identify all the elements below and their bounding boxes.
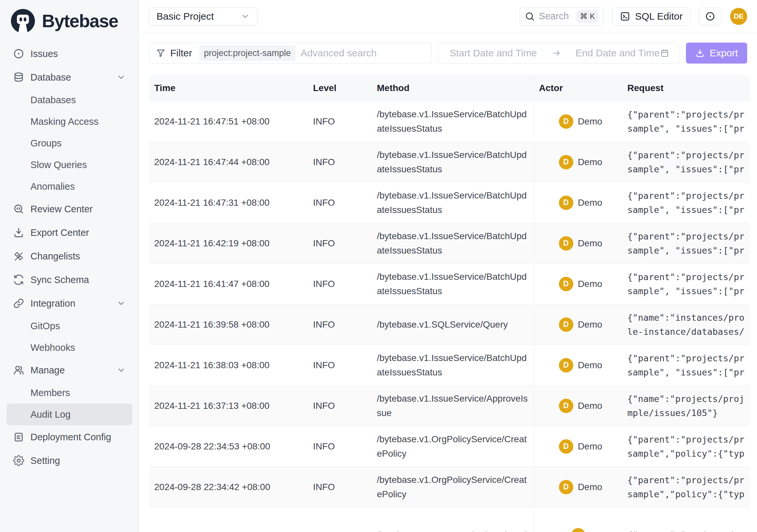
sidebar-item-databases[interactable]: Databases (7, 89, 132, 111)
sidebar-item-review-center[interactable]: Review Center (7, 197, 132, 221)
actor-name: Demo (578, 116, 602, 127)
date-range-picker[interactable]: Start Date and Time End Date and Time (438, 43, 680, 64)
cell-level (308, 508, 372, 532)
sidebar-item-deployment-config[interactable]: Deployment Config (7, 425, 132, 449)
cell-request: {"name":"projects/projmple/issues/105"} (622, 386, 750, 426)
sidebar-item-label: Database (30, 72, 71, 83)
sidebar-item-gitops[interactable]: GitOps (7, 315, 132, 337)
actor-avatar: D (559, 277, 573, 291)
cell-method: /bytebase.v1.IssueService/ApproveIssue (372, 386, 534, 426)
end-date-placeholder: End Date and Time (576, 47, 660, 59)
actor-avatar: D (559, 236, 573, 251)
filter-chip[interactable]: project:project-sample (199, 46, 296, 61)
cell-method: /bytebase.v1.IssueService/BatchUpd (372, 508, 534, 532)
funnel-icon (156, 48, 166, 58)
sidebar-item-integration[interactable]: Integration (7, 292, 132, 315)
advanced-search-placeholder: Advanced search (301, 47, 377, 59)
table-row[interactable]: 2024-11-21 16:41:47 +08:00 INFO /bytebas… (149, 264, 750, 304)
sidebar-item-issues[interactable]: Issues (7, 42, 132, 66)
sidebar-item-setting[interactable]: Setting (7, 449, 132, 472)
sidebar-item-webhooks[interactable]: Webhooks (7, 337, 132, 359)
table-row[interactable]: 2024-09-28 22:34:53 +08:00 INFO /bytebas… (149, 426, 750, 466)
cell-request: {"parent":"projects/pr (622, 508, 750, 532)
cell-time: 2024-11-21 16:47:44 +08:00 (149, 142, 308, 182)
actor-name: Demo (578, 198, 602, 208)
brand-logo[interactable]: Bytebase (0, 0, 139, 37)
actor-name: Demo (578, 482, 602, 492)
sql-editor-button[interactable]: SQL Editor (612, 7, 690, 25)
filter-search-input[interactable]: Filter project:project-sample Advanced s… (149, 43, 432, 64)
download-icon (13, 227, 24, 238)
sidebar-item-changelists[interactable]: Changelists (7, 244, 132, 268)
sidebar-item-masking-access[interactable]: Masking Access (7, 111, 132, 132)
cell-time: 2024-11-21 16:39:58 +08:00 (149, 304, 308, 345)
search-input[interactable]: Search ⌘ K (519, 7, 604, 25)
sidebar-item-label: Sync Schema (30, 274, 89, 285)
chevron-down-icon (117, 73, 126, 82)
user-avatar[interactable]: DE (730, 8, 747, 25)
cell-request: {"parent":"projects/prsample", "issues":… (622, 345, 750, 385)
table-row[interactable]: 2024-11-21 16:37:13 +08:00 INFO /bytebas… (149, 385, 750, 426)
cell-actor: D Demo (534, 182, 622, 223)
sidebar-item-audit-log[interactable]: Audit Log (7, 404, 132, 425)
sidebar-item-manage[interactable]: Manage (7, 359, 132, 382)
actor-name: Demo (578, 441, 602, 452)
sidebar-item-database[interactable]: Database (7, 66, 132, 89)
sidebar-item-label: Export Center (30, 227, 89, 238)
sidebar-nav: Issues Database Databases Masking Access… (0, 42, 139, 472)
actor-avatar: D (559, 196, 573, 210)
search-icon (525, 12, 535, 21)
table-row[interactable]: 2024-11-21 16:47:44 +08:00 INFO /bytebas… (149, 141, 750, 182)
table-header: Time Level Method Actor Request (149, 75, 750, 101)
refresh-icon (13, 274, 24, 285)
actor-name: Demo (578, 279, 602, 289)
cell-level: INFO (308, 467, 372, 507)
sidebar-item-anomalies[interactable]: Anomalies (7, 175, 132, 197)
table-row[interactable]: 2024-11-21 16:42:19 +08:00 INFO /bytebas… (149, 223, 750, 264)
circle-dot-button[interactable] (699, 8, 722, 25)
cell-request: {"parent":"projects/prsample", "issues":… (622, 182, 750, 223)
calendar-icon (660, 48, 670, 58)
actor-avatar: D (559, 480, 573, 494)
actor-avatar (571, 528, 586, 532)
cell-method: /bytebase.v1.IssueService/BatchUpdateIss… (372, 264, 534, 304)
sidebar-item-label: Integration (30, 298, 75, 309)
cell-time: 2024-11-21 16:37:13 +08:00 (149, 386, 308, 426)
table-row[interactable]: 2024-11-21 16:38:03 +08:00 INFO /bytebas… (149, 345, 750, 385)
code-review-icon (13, 203, 24, 215)
chevron-down-icon (117, 365, 126, 375)
sidebar-item-members[interactable]: Members (7, 382, 132, 404)
cell-actor: D Demo (534, 304, 622, 345)
cell-actor: D Demo (534, 223, 622, 264)
cell-method: /bytebase.v1.OrgPolicyService/CreatePoli… (372, 467, 534, 507)
sidebar-item-sync-schema[interactable]: Sync Schema (7, 268, 132, 292)
table-row[interactable]: /bytebase.v1.IssueService/BatchUpd {"par… (149, 507, 750, 532)
sidebar-item-label: Audit Log (30, 409, 71, 420)
sidebar-item-export-center[interactable]: Export Center (7, 221, 132, 244)
cell-method: /bytebase.v1.IssueService/BatchUpdateIss… (372, 101, 534, 141)
terminal-icon (620, 11, 630, 22)
cell-actor (534, 508, 622, 532)
cell-request: {"parent":"projects/prsample", "issues":… (622, 101, 750, 141)
cell-level: INFO (308, 101, 372, 141)
cell-actor: D Demo (534, 101, 622, 141)
sidebar-item-label: Masking Access (30, 116, 99, 127)
topbar-right: Search ⌘ K SQL Editor DE (519, 7, 747, 25)
table-row[interactable]: 2024-11-21 16:47:31 +08:00 INFO /bytebas… (149, 182, 750, 223)
users-icon (13, 364, 24, 376)
export-label: Export (710, 47, 738, 59)
table-row[interactable]: 2024-09-28 22:34:42 +08:00 INFO /bytebas… (149, 466, 750, 507)
project-selector[interactable]: Basic Project (149, 7, 258, 25)
column-header-method: Method (372, 75, 534, 101)
sidebar-item-groups[interactable]: Groups (7, 132, 132, 154)
sidebar-item-label: Anomalies (30, 181, 75, 192)
search-placeholder: Search (539, 11, 569, 22)
sidebar-item-slow-queries[interactable]: Slow Queries (7, 154, 132, 175)
cell-time: 2024-11-21 16:41:47 +08:00 (149, 264, 308, 304)
export-button[interactable]: Export (686, 43, 747, 64)
cell-time: 2024-09-28 22:34:42 +08:00 (149, 467, 308, 507)
cell-actor: D Demo (534, 426, 622, 466)
table-row[interactable]: 2024-11-21 16:47:51 +08:00 INFO /bytebas… (149, 101, 750, 141)
table-row[interactable]: 2024-11-21 16:39:58 +08:00 INFO /bytebas… (149, 304, 750, 345)
sidebar-item-label: Members (30, 388, 70, 398)
